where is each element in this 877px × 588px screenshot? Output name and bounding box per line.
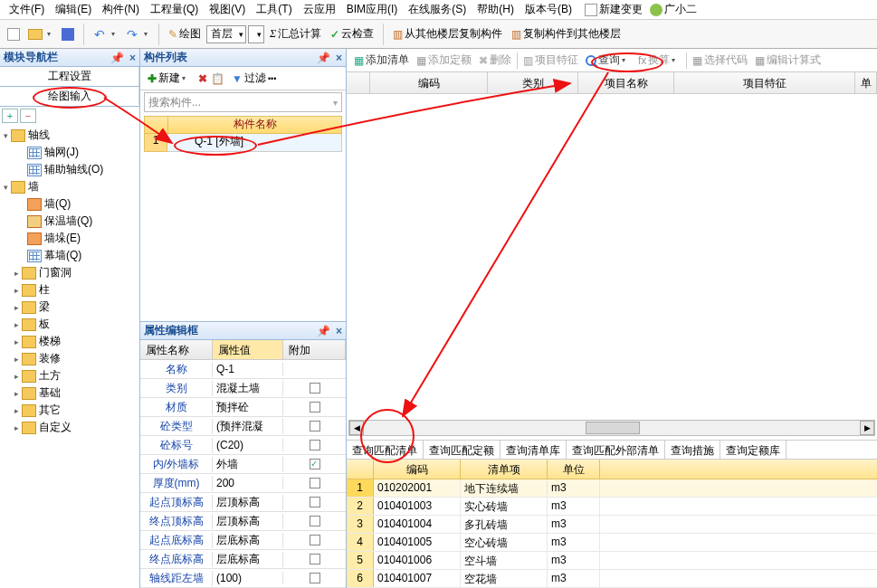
property-row[interactable]: 终点底标高层底标高 xyxy=(140,550,346,569)
convert-dropdown[interactable]: ▾ xyxy=(672,56,681,64)
new-file-button[interactable] xyxy=(4,24,24,44)
delete-component-button[interactable]: ✖ xyxy=(198,72,207,85)
property-row[interactable]: 砼标号(C20) xyxy=(140,436,346,455)
pin-icon[interactable]: 📌 xyxy=(110,52,124,64)
property-row[interactable]: 名称Q-1 xyxy=(140,360,346,379)
qtab-match-list[interactable]: 查询匹配清单 xyxy=(347,441,424,459)
pin-icon[interactable]: 📌 xyxy=(317,52,330,64)
menu-help[interactable]: 帮助(H) xyxy=(472,0,520,19)
prop-value[interactable]: Q-1 xyxy=(213,363,283,375)
tree-wall[interactable]: ▾墙 xyxy=(0,178,139,195)
query-row[interactable]: 2010401003实心砖墙m3 xyxy=(347,498,877,516)
prop-value[interactable]: 层底标高 xyxy=(213,533,283,548)
property-row[interactable]: 起点顶标高层顶标高 xyxy=(140,493,346,512)
tree-item[interactable]: ▸板 xyxy=(0,316,139,333)
new-component-button[interactable]: ✚新建▾ xyxy=(144,71,195,86)
empty-select[interactable] xyxy=(248,25,264,43)
delete-button[interactable]: ✖删除 xyxy=(475,52,515,68)
query-row[interactable]: 1010202001地下连续墙m3 xyxy=(347,479,877,498)
tree-item[interactable]: ▸梁 xyxy=(0,299,139,316)
tree-item[interactable]: ▸其它 xyxy=(0,402,139,419)
filter-button[interactable]: ▼过滤••• xyxy=(228,71,280,86)
proj-feat-button[interactable]: ▥项目特征 xyxy=(520,52,582,68)
add-list-button[interactable]: ▦添加清单 xyxy=(350,52,413,68)
tree-item[interactable]: ▸门窗洞 xyxy=(0,264,139,281)
draw-button[interactable]: ✎ 绘图 xyxy=(165,24,205,45)
prop-value[interactable]: 层底标高 xyxy=(213,552,283,567)
grid-code-col[interactable]: 编码 xyxy=(370,72,488,93)
query-row[interactable]: 5010401006空斗墙m3 xyxy=(347,552,877,570)
nav-tree[interactable]: ▾轴线 轴网(J) 辅助轴线(O) ▾墙 墙(Q) 保温墙(Q) 墙垛(E) 幕… xyxy=(0,125,139,588)
toggle-icon[interactable]: ▾ xyxy=(0,131,11,140)
edit-formula-button[interactable]: ▦编辑计算式 xyxy=(751,52,825,68)
grid-feat-col[interactable]: 项目特征 xyxy=(674,72,855,93)
open-dropdown[interactable]: ▾ xyxy=(47,30,56,38)
q-item-header[interactable]: 清单项 xyxy=(461,460,548,479)
close-icon[interactable]: × xyxy=(336,325,342,337)
checkbox[interactable] xyxy=(310,440,320,450)
tree-item[interactable]: ▸楼梯 xyxy=(0,333,139,350)
toggle-icon[interactable]: ▸ xyxy=(11,389,22,398)
qtab-ext-list[interactable]: 查询匹配外部清单 xyxy=(567,441,665,459)
qtab-list-lib[interactable]: 查询清单库 xyxy=(500,441,567,459)
new-change-button[interactable]: 新建变更 xyxy=(581,2,646,17)
search-dropdown-icon[interactable]: ▾ xyxy=(333,98,338,108)
property-row[interactable]: 材质预拌砼 xyxy=(140,398,346,417)
convert-button[interactable]: fx换算▾ xyxy=(634,52,684,68)
prop-value[interactable]: (预拌混凝 xyxy=(213,419,283,434)
scroll-thumb[interactable] xyxy=(586,422,640,434)
property-row[interactable]: 类别混凝土墙 xyxy=(140,379,346,398)
select-code-button[interactable]: ▦选择代码 xyxy=(689,52,751,68)
menu-tool[interactable]: 工具(T) xyxy=(251,0,297,19)
close-icon[interactable]: × xyxy=(129,52,136,64)
menu-bim[interactable]: BIM应用(I) xyxy=(341,0,404,19)
toggle-icon[interactable]: ▸ xyxy=(11,303,22,312)
menu-quantity[interactable]: 工程量(Q) xyxy=(145,0,204,19)
checkbox[interactable] xyxy=(310,383,320,394)
tree-item[interactable]: ▸柱 xyxy=(0,281,139,299)
h-scrollbar[interactable]: ◀ ▶ xyxy=(348,420,875,436)
tree-wall-ins[interactable]: 保温墙(Q) xyxy=(0,213,139,230)
toggle-icon[interactable]: ▸ xyxy=(11,423,22,432)
scroll-right-icon[interactable]: ▶ xyxy=(860,421,874,435)
property-row[interactable]: 内/外墙标外墙 xyxy=(140,455,346,474)
tree-wall-q[interactable]: 墙(Q) xyxy=(0,195,139,213)
tree-collapse-button[interactable]: − xyxy=(20,109,36,123)
checkbox[interactable] xyxy=(310,516,320,526)
redo-button[interactable]: ↷ xyxy=(122,24,142,44)
save-button[interactable] xyxy=(58,24,78,44)
redo-dropdown[interactable]: ▾ xyxy=(144,30,153,38)
menu-version[interactable]: 版本号(B) xyxy=(520,0,577,19)
cloud-check-button[interactable]: ✓ 云检查 xyxy=(327,24,377,45)
open-button[interactable] xyxy=(25,24,45,44)
toggle-icon[interactable]: ▸ xyxy=(11,286,22,295)
q-code-header[interactable]: 编码 xyxy=(374,460,461,479)
sum-button[interactable]: Σ 汇总计算 xyxy=(266,24,325,45)
prop-value[interactable]: (100) xyxy=(213,572,283,584)
prop-value[interactable]: 预拌砼 xyxy=(213,400,283,415)
copy-component-button[interactable]: 📋 xyxy=(211,72,224,85)
tree-item[interactable]: ▸自定义 xyxy=(0,419,139,436)
qtab-match-quota[interactable]: 查询匹配定额 xyxy=(424,441,500,459)
query-dropdown[interactable]: ▾ xyxy=(622,56,631,64)
qtab-quota-lib[interactable]: 查询定额库 xyxy=(720,441,786,459)
checkbox[interactable] xyxy=(310,573,320,583)
grid-cat-col[interactable]: 类别 xyxy=(488,72,578,93)
property-row[interactable]: 起点底标高层底标高 xyxy=(140,531,346,550)
copy-to-button[interactable]: ▥ 复制构件到其他楼层 xyxy=(508,24,624,45)
tree-item[interactable]: ▸土方 xyxy=(0,367,139,384)
prop-value[interactable]: 200 xyxy=(213,477,283,489)
toggle-icon[interactable]: ▸ xyxy=(11,355,22,364)
checkbox[interactable] xyxy=(310,478,320,488)
checkbox[interactable] xyxy=(310,459,320,469)
checkbox[interactable] xyxy=(310,421,320,432)
tree-axis-net[interactable]: 轴网(J) xyxy=(0,144,139,161)
prop-value[interactable]: 外墙 xyxy=(213,457,283,472)
checkbox[interactable] xyxy=(310,402,320,413)
add-quota-button[interactable]: ▦添加定额 xyxy=(413,52,475,68)
tree-wall-duo[interactable]: 墙垛(E) xyxy=(0,230,139,247)
query-button[interactable]: 查询▾ xyxy=(582,52,634,68)
toggle-icon[interactable]: ▸ xyxy=(11,337,22,346)
checkbox[interactable] xyxy=(310,497,320,507)
close-icon[interactable]: × xyxy=(336,52,342,64)
